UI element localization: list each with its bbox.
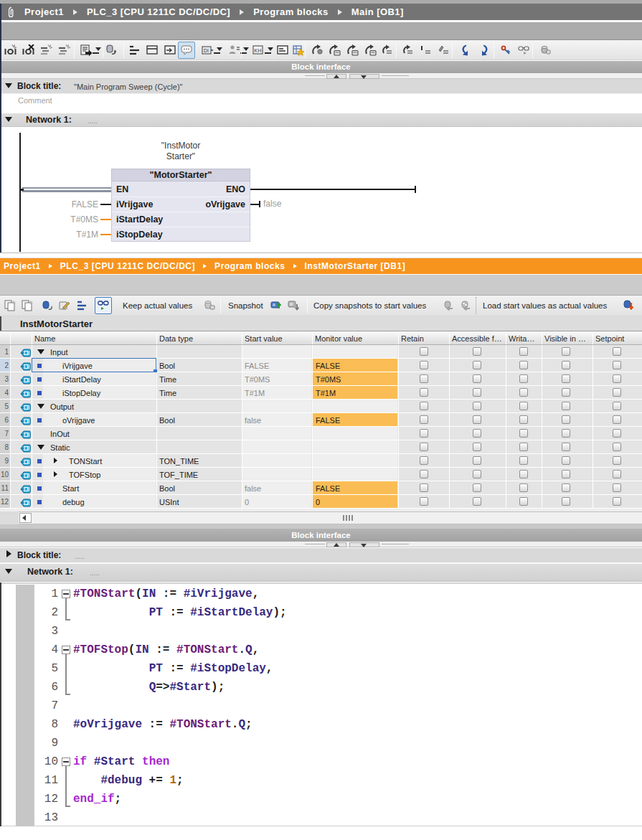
svg-text:DI: DI: [204, 48, 209, 53]
svg-text:KH: KH: [255, 48, 262, 53]
